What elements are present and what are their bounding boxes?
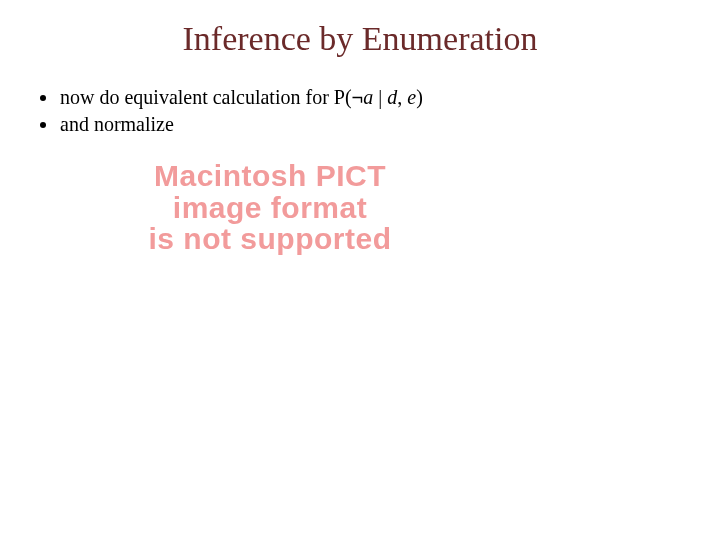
variable-d: d — [387, 86, 397, 108]
bullet-icon — [40, 122, 46, 128]
list-item: now do equivalent calculation for P(¬a |… — [40, 86, 720, 109]
variable-e: e — [407, 86, 416, 108]
variable-a: a — [363, 86, 373, 108]
bullet-text-1: now do equivalent calculation for P(¬a |… — [60, 86, 423, 109]
text-mid: | — [373, 86, 387, 108]
text-suffix: ) — [416, 86, 423, 108]
bullet-list: now do equivalent calculation for P(¬a |… — [0, 86, 720, 136]
warning-line-1: Macintosh PICT — [90, 160, 450, 192]
slide-title: Inference by Enumeration — [0, 20, 720, 58]
list-item: and normalize — [40, 113, 720, 136]
slide: Inference by Enumeration now do equivale… — [0, 0, 720, 540]
text-sep: , — [397, 86, 407, 108]
text-prefix: now do equivalent calculation for P( — [60, 86, 352, 108]
unsupported-image-warning: Macintosh PICT image format is not suppo… — [90, 160, 450, 255]
negation-symbol: ¬ — [352, 86, 364, 108]
bullet-icon — [40, 95, 46, 101]
warning-line-2: image format — [90, 192, 450, 224]
warning-line-3: is not supported — [90, 223, 450, 255]
bullet-text-2: and normalize — [60, 113, 174, 136]
